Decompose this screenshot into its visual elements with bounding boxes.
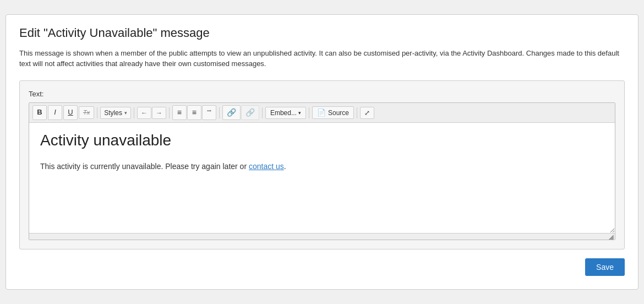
field-label: Text: xyxy=(29,90,615,98)
separator-3 xyxy=(169,107,170,118)
styles-arrow-icon: ▾ xyxy=(124,110,127,116)
contact-us-link[interactable]: contact us xyxy=(249,162,284,171)
separator-6 xyxy=(309,107,309,118)
link-group: 🔗 🔗 xyxy=(222,105,259,121)
form-actions: Save xyxy=(19,258,625,276)
italic-button[interactable]: I xyxy=(48,105,62,120)
underline-button[interactable]: U xyxy=(63,105,78,120)
styles-dropdown[interactable]: Styles ▾ xyxy=(100,107,131,119)
form-section: Text: B I U Tx Styles ▾ ← → xyxy=(19,80,625,250)
editor-wrapper: B I U Tx Styles ▾ ← → ≡ ≡ “” xyxy=(29,102,615,241)
separator-5 xyxy=(262,107,263,118)
embed-dropdown[interactable]: Embed... ▾ xyxy=(265,107,306,119)
page-title: Edit "Activity Unavailable" message xyxy=(19,26,625,40)
styles-label: Styles xyxy=(104,109,122,117)
strikethrough-button[interactable]: Tx xyxy=(79,106,94,119)
toolbar: B I U Tx Styles ▾ ← → ≡ ≡ “” xyxy=(29,103,615,123)
save-button[interactable]: Save xyxy=(585,258,625,276)
blockquote-button[interactable]: “” xyxy=(202,105,216,121)
redo-button[interactable]: → xyxy=(152,107,166,119)
editor-heading: Activity unavailable xyxy=(40,132,604,149)
list-group: ≡ ≡ “” xyxy=(172,105,216,121)
link-button[interactable]: 🔗 xyxy=(222,105,241,121)
bold-button[interactable]: B xyxy=(32,105,47,120)
source-button[interactable]: 📄 Source xyxy=(312,106,354,119)
separator-4 xyxy=(219,107,220,118)
undo-redo-group: ← → xyxy=(137,107,166,119)
embed-arrow-icon: ▾ xyxy=(298,110,301,116)
editor-body-text: This activity is currently unavailable. … xyxy=(40,162,249,171)
fullscreen-button[interactable]: ⤢ xyxy=(360,107,374,119)
description-text: This message is shown when a member of t… xyxy=(19,48,625,69)
editor-body-paragraph: This activity is currently unavailable. … xyxy=(40,160,604,172)
embed-label: Embed... xyxy=(270,109,297,117)
separator-7 xyxy=(357,107,357,118)
editor-body-suffix: . xyxy=(284,162,286,171)
separator-2 xyxy=(134,107,134,118)
resize-icon: ◢ xyxy=(608,233,614,241)
undo-button[interactable]: ← xyxy=(137,107,151,119)
editor-content-area[interactable]: Activity unavailable This activity is cu… xyxy=(29,123,615,233)
unlink-button[interactable]: 🔗 xyxy=(241,105,259,121)
unordered-list-button[interactable]: ≡ xyxy=(187,105,201,121)
editor-resize-handle[interactable]: ◢ xyxy=(29,233,615,240)
ordered-list-button[interactable]: ≡ xyxy=(172,105,187,121)
page-container: Edit "Activity Unavailable" message This… xyxy=(6,14,638,290)
source-label: Source xyxy=(328,109,349,117)
source-page-icon: 📄 xyxy=(317,108,326,117)
separator-1 xyxy=(97,107,97,118)
